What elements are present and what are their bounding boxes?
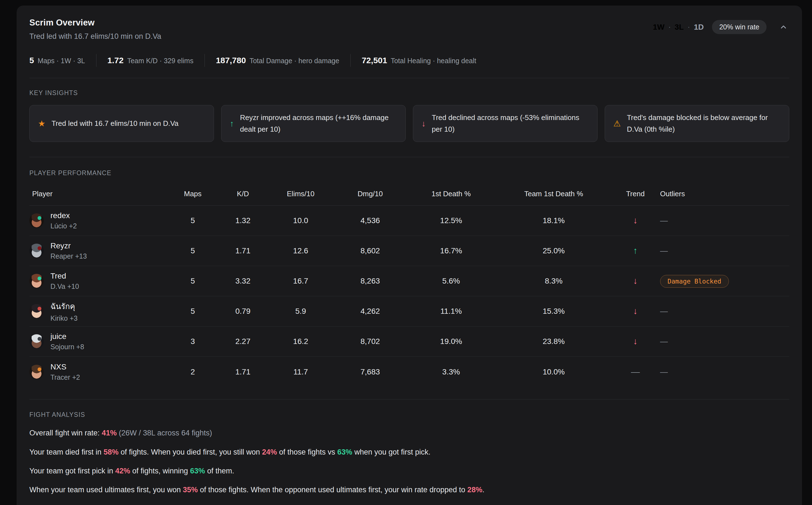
- cell-first_death: 11.1%: [405, 307, 496, 316]
- cell-kd: 1.71: [219, 246, 266, 255]
- header-controls: 1W · 3L · 1D 20% win rate: [653, 20, 789, 34]
- text-segment: of those fights vs: [277, 448, 337, 456]
- cell-maps: 5: [166, 307, 219, 316]
- page-subtitle: Tred led with 16.7 elims/10 min on D.Va: [29, 32, 161, 41]
- trend-down-icon: ↓: [633, 306, 638, 316]
- key-insights-title: KEY INSIGHTS: [29, 89, 789, 97]
- player-name: juice: [50, 332, 84, 341]
- table-row: ReyzrReaper +1351.7112.68,60216.7%25.0%↑…: [29, 236, 789, 266]
- cell-team_first_death: 25.0%: [496, 246, 611, 255]
- avatar: [29, 334, 44, 349]
- cell-kd: 1.71: [219, 367, 266, 376]
- fight-analysis-lines: Overall fight win rate: 41% (26W / 38L a…: [29, 429, 789, 494]
- record-separator: ·: [668, 23, 671, 31]
- summary-stat: 1.72Team K/D · 329 elims: [108, 56, 193, 65]
- avatar: [29, 243, 44, 258]
- outlier-dash: —: [660, 367, 668, 376]
- insight-card: ★Tred led with 16.7 elims/10 min on D.Va: [29, 105, 214, 142]
- cell-team_first_death: 8.3%: [496, 277, 611, 286]
- cell-team_first_death: 10.0%: [496, 367, 611, 376]
- stat-divider: [96, 54, 96, 67]
- stat-label: Maps · 1W · 3L: [38, 57, 85, 65]
- stat-value: 1.72: [108, 56, 124, 65]
- cell-team_first_death: 18.1%: [496, 216, 611, 225]
- cell-kd: 3.32: [219, 277, 266, 286]
- outlier-dash: —: [660, 216, 668, 225]
- text-segment: of them.: [205, 467, 234, 475]
- table-row: juiceSojourn +832.2716.28,70219.0%23.8%↓…: [29, 327, 789, 357]
- summary-stat: 187,780Total Damage · hero damage: [216, 56, 339, 65]
- trend-flat-dash: —: [631, 367, 640, 377]
- section-divider: [29, 157, 789, 157]
- insight-card: ⚠Tred's damage blocked is below average …: [605, 105, 789, 142]
- trend-cell: ↓: [611, 337, 660, 346]
- trend-cell: ↓: [611, 276, 660, 286]
- section-divider: [29, 78, 789, 78]
- collapse-button[interactable]: [778, 21, 789, 33]
- text-segment: 42%: [115, 467, 130, 475]
- record-losses: 3L: [674, 23, 684, 32]
- text-segment: Your team died first in: [29, 448, 104, 456]
- avatar: [29, 274, 44, 288]
- summary-stats: 5Maps · 1W · 3L1.72Team K/D · 329 elims1…: [29, 54, 789, 67]
- player-name: Reyzr: [50, 241, 87, 250]
- trend-cell: ↓: [611, 216, 660, 225]
- star-icon: ★: [38, 120, 45, 128]
- column-header-trend: Trend: [611, 190, 660, 198]
- text-segment: When your team used ultimates first, you…: [29, 486, 183, 494]
- player-cell: ReyzrReaper +13: [29, 241, 166, 260]
- summary-stat: 5Maps · 1W · 3L: [29, 56, 85, 65]
- trend-cell: ↑: [611, 246, 660, 256]
- outlier-cell: —: [660, 337, 789, 346]
- warning-icon: ⚠: [613, 120, 621, 128]
- trend-down-icon: ↓: [633, 336, 638, 346]
- cell-first_death: 12.5%: [405, 216, 496, 225]
- text-segment: 24%: [262, 448, 277, 456]
- cell-dmg10: 7,683: [335, 367, 405, 376]
- outlier-cell: Damage Blocked: [660, 277, 789, 286]
- player-name-block: ฉันรักคุKiriko +3: [50, 300, 77, 322]
- fight-analysis-line: Your team died first in 58% of fights. W…: [29, 448, 789, 457]
- player-performance-title: PLAYER PERFORMANCE: [29, 169, 789, 177]
- player-name-block: juiceSojourn +8: [50, 332, 84, 351]
- scrim-overview-card: Scrim Overview Tred led with 16.7 elims/…: [17, 6, 802, 505]
- summary-stat: 72,501Total Healing · healing dealt: [362, 56, 476, 65]
- chevron-up-icon: [779, 23, 788, 31]
- table-row: NXSTracer +221.7111.77,6833.3%10.0%——: [29, 357, 789, 387]
- player-cell: TredD.Va +10: [29, 272, 166, 291]
- player-name-block: TredD.Va +10: [50, 272, 79, 291]
- text-segment: 35%: [183, 486, 198, 494]
- trend-cell: ↓: [611, 307, 660, 316]
- text-segment: 41%: [102, 429, 117, 437]
- outlier-cell: —: [660, 367, 789, 376]
- cell-dmg10: 8,702: [335, 337, 405, 346]
- outlier-dash: —: [660, 307, 668, 315]
- cell-elims10: 16.7: [266, 277, 335, 286]
- player-name: ฉันรักคุ: [50, 300, 77, 312]
- table-header-row: PlayerMapsK/DElims/10Dmg/101st Death %Te…: [29, 183, 789, 206]
- cell-kd: 1.32: [219, 216, 266, 225]
- text-segment: when you got first pick.: [352, 448, 430, 456]
- stat-divider: [350, 54, 351, 67]
- text-segment: 63%: [337, 448, 352, 456]
- cell-kd: 2.27: [219, 337, 266, 346]
- cell-maps: 2: [166, 367, 219, 376]
- player-heroes: Sojourn +8: [50, 343, 84, 351]
- trend-up-icon: ↑: [633, 245, 638, 256]
- outlier-badge: Damage Blocked: [660, 275, 729, 288]
- arrow-down-icon: ↓: [421, 120, 426, 128]
- avatar: [29, 304, 44, 319]
- table-row: TredD.Va +1053.3216.78,2635.6%8.3%↓Damag…: [29, 266, 789, 296]
- trend-down-icon: ↓: [633, 276, 638, 286]
- column-header-player: Player: [29, 190, 166, 198]
- insight-text: Tred declined across maps (-53% eliminat…: [432, 112, 589, 135]
- record-wins: 1W: [653, 23, 664, 32]
- page-title: Scrim Overview: [29, 18, 161, 28]
- text-segment: of fights, winning: [130, 467, 190, 475]
- cell-elims10: 12.6: [266, 246, 335, 255]
- avatar: [29, 365, 44, 379]
- text-segment: Overall fight win rate:: [29, 429, 102, 437]
- player-heroes: Lúcio +2: [50, 222, 77, 230]
- player-table: PlayerMapsK/DElims/10Dmg/101st Death %Te…: [29, 183, 789, 387]
- column-header-1st-death-: 1st Death %: [405, 190, 496, 198]
